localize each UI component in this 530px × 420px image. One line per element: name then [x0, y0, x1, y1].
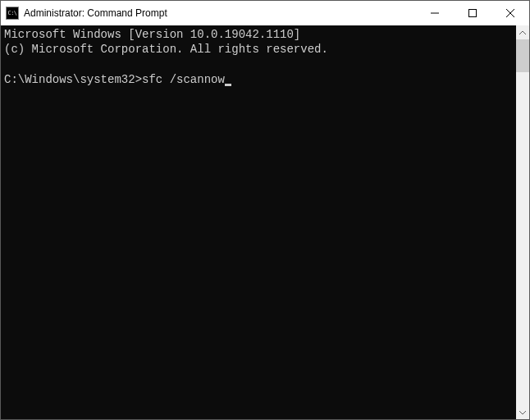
- minimize-icon: [431, 9, 439, 17]
- chevron-down-icon: [519, 410, 526, 415]
- maximize-icon: [468, 9, 477, 17]
- terminal-prompt-line: C:\Windows\system32>sfc /scannow: [4, 73, 231, 86]
- window-controls: [416, 1, 529, 25]
- command-prompt-window: C:\ Administrator: Command Prompt: [0, 0, 530, 420]
- scrollbar-thumb[interactable]: [516, 39, 529, 72]
- scroll-down-button[interactable]: [516, 405, 529, 419]
- minimize-button[interactable]: [416, 1, 454, 25]
- close-icon: [506, 9, 514, 17]
- titlebar[interactable]: C:\ Administrator: Command Prompt: [1, 1, 529, 25]
- terminal-command: sfc /scannow: [142, 73, 225, 86]
- content-area: Microsoft Windows [Version 10.0.19042.11…: [1, 25, 529, 419]
- maximize-button[interactable]: [454, 1, 491, 25]
- app-icon: C:\: [6, 7, 19, 20]
- svg-rect-1: [469, 10, 477, 17]
- terminal-prompt: C:\Windows\system32>: [4, 73, 142, 86]
- terminal-line-copyright: (c) Microsoft Corporation. All rights re…: [4, 43, 328, 56]
- scrollbar-track[interactable]: [516, 39, 529, 405]
- window-title: Administrator: Command Prompt: [24, 7, 416, 19]
- vertical-scrollbar[interactable]: [516, 25, 529, 419]
- terminal-output[interactable]: Microsoft Windows [Version 10.0.19042.11…: [1, 25, 516, 419]
- app-icon-text: C:\: [7, 11, 16, 16]
- chevron-up-icon: [519, 30, 526, 35]
- terminal-line-version: Microsoft Windows [Version 10.0.19042.11…: [4, 28, 300, 41]
- scroll-up-button[interactable]: [516, 25, 529, 39]
- close-button[interactable]: [491, 1, 529, 25]
- terminal-cursor: [225, 84, 231, 86]
